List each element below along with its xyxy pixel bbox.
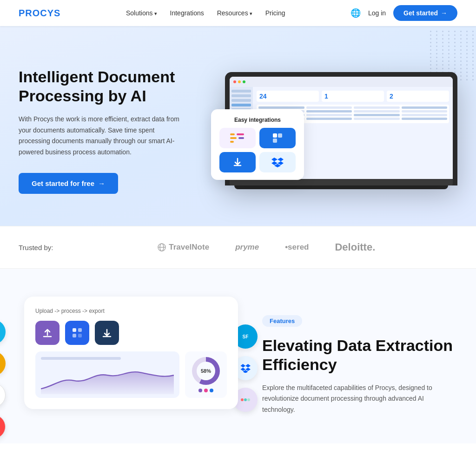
procys-logo — [259, 128, 296, 148]
svg-rect-3 — [237, 133, 244, 135]
screen-stats: 24 1 2 — [257, 91, 449, 102]
trusted-label: Trusted by: — [19, 244, 53, 251]
hero-right: 24 1 2 — [225, 72, 457, 189]
hero-left: Intelligent Document Processing by AI Wi… — [19, 67, 205, 194]
stat-box: 1 — [322, 91, 384, 102]
table-row — [258, 106, 447, 109]
download-icon — [219, 152, 256, 172]
svg-point-20 — [247, 398, 250, 401]
nav-right: 🌐 Log in Get started — [350, 5, 457, 21]
get-started-button[interactable]: Get started — [393, 5, 457, 21]
make-logo-icon: P — [0, 415, 6, 439]
donut-percentage: 58% — [197, 362, 215, 380]
trusted-section: Trusted by: TravelNote pryme •sered Delo… — [0, 226, 476, 269]
svg-point-19 — [244, 398, 247, 401]
chart-label — [41, 357, 174, 360]
make-logo — [219, 128, 256, 148]
export-icon-box — [95, 321, 119, 345]
process-icon-box — [65, 321, 89, 345]
features-left: xero SFTP P — [19, 297, 244, 409]
features-icons-row — [35, 321, 227, 345]
travelnote-text: TravelNote — [169, 243, 209, 252]
legend-dot-blue — [210, 389, 213, 392]
features-bottom-row: 58% — [35, 351, 227, 398]
xero-icon: xero — [0, 320, 6, 344]
svg-rect-5 — [273, 133, 277, 138]
svg-rect-7 — [273, 139, 277, 143]
stat-number: 1 — [324, 93, 381, 100]
travelnote-logo: TravelNote — [158, 243, 209, 252]
laptop-base — [230, 179, 453, 185]
dropbox-logo — [259, 152, 296, 172]
svg-rect-24 — [78, 334, 82, 337]
svg-rect-21 — [73, 328, 76, 332]
integrations-card: Easy integrations — [211, 109, 304, 180]
integration-logos — [219, 128, 296, 172]
nav-links: Solutions Integrations Resources Pricing — [126, 9, 285, 17]
stat-number: 2 — [390, 93, 446, 100]
stat-number: 24 — [259, 93, 316, 100]
legend-dot-pink — [204, 389, 208, 392]
svg-rect-23 — [73, 334, 76, 337]
svg-rect-22 — [78, 328, 82, 332]
hero-title: Intelligent Document Processing by AI — [19, 67, 205, 106]
sidebar-item — [231, 90, 251, 93]
donut-legend — [198, 389, 213, 392]
donut-chart: 58% — [192, 357, 220, 385]
hero-description: With Procys the work is more efficient, … — [19, 114, 186, 158]
features-card: Upload -> process -> export — [24, 297, 238, 409]
wave-chart — [41, 362, 174, 394]
svg-point-18 — [241, 398, 244, 401]
nav-integrations[interactable]: Integrations — [170, 9, 204, 17]
svg-rect-6 — [278, 133, 282, 138]
logo[interactable]: PROCYS — [19, 8, 60, 19]
features-description: Explore the multifaceted capabilities of… — [262, 383, 457, 416]
hero-section: document.addEventListener('DOMContentLoa… — [0, 26, 476, 226]
float-icon-row: xero SFTP P — [0, 320, 6, 439]
sftp-icon: SFTP — [0, 351, 6, 376]
features-badge: Features — [262, 315, 302, 327]
svg-rect-4 — [238, 137, 244, 139]
features-card-label: Upload -> process -> export — [35, 308, 227, 314]
make-icon — [0, 383, 6, 407]
navbar: PROCYS Solutions Integrations Resources … — [0, 0, 476, 26]
nav-pricing[interactable]: Pricing — [265, 9, 285, 17]
legend-dot-purple — [198, 389, 202, 392]
nav-resources[interactable]: Resources — [217, 9, 252, 17]
login-link[interactable]: Log in — [368, 9, 386, 17]
floating-icons-left: xero SFTP P — [0, 320, 6, 439]
integrations-card-title: Easy integrations — [219, 117, 296, 123]
features-right: Features Elevating Data Extraction Effic… — [262, 297, 457, 416]
trusted-logos: TravelNote pryme •sered Deloitte. — [75, 241, 457, 253]
donut-chart-box: 58% — [185, 351, 227, 398]
sidebar-item — [231, 94, 251, 97]
laptop-foot — [234, 185, 448, 189]
deloitte-logo: Deloitte. — [335, 241, 375, 253]
svg-rect-2 — [230, 141, 234, 143]
nav-solutions[interactable]: Solutions — [126, 9, 157, 17]
dot-red — [233, 80, 236, 83]
features-title: Elevating Data Extraction Efficiency — [262, 336, 457, 374]
hero-cta-button[interactable]: Get started for free — [19, 173, 118, 194]
sered-logo: •sered — [285, 243, 309, 252]
dot-yellow — [238, 80, 241, 83]
stat-box: 24 — [257, 91, 319, 102]
svg-rect-1 — [230, 137, 237, 139]
upload-icon-box — [35, 321, 60, 345]
stat-box: 2 — [387, 91, 449, 102]
globe-icon[interactable]: 🌐 — [350, 8, 361, 18]
sidebar-item — [231, 99, 251, 102]
chart-box — [35, 351, 179, 398]
screen-topbar — [230, 77, 453, 87]
pryme-logo: pryme — [235, 243, 259, 252]
dot-green — [243, 80, 245, 83]
features-section: xero SFTP P — [0, 269, 476, 443]
sidebar-item — [231, 104, 251, 106]
svg-rect-0 — [230, 133, 235, 135]
